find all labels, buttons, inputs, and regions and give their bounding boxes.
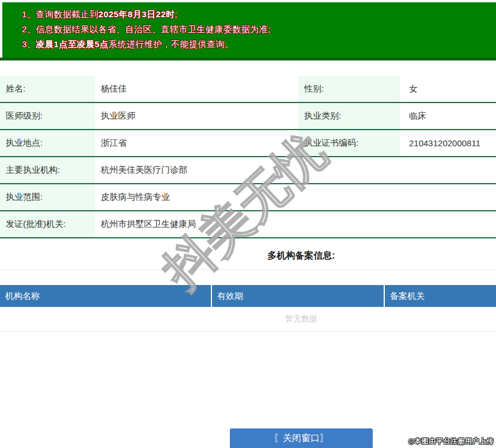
field-label-gender: 性别: <box>298 76 400 102</box>
field-label-certificate-number: 执业证书编码: <box>298 130 400 156</box>
notice-number: 1、 <box>22 9 36 19</box>
notice-text: 查询数据截止到 <box>36 9 99 19</box>
filing-section-title: 多机构备案信息: <box>0 250 496 262</box>
upload-credit-watermark: ◎本图由平台注册用户上传 <box>408 436 494 446</box>
table-row: 执业地点: 浙江省 执业证书编码: 210431202000811 <box>0 130 496 157</box>
field-value-practice-category: 临床 <box>400 103 496 129</box>
table-row: 医师级别: 执业医师 执业类别: 临床 <box>0 103 496 130</box>
column-header-institution-name: 机构名称 <box>0 285 212 307</box>
field-value-name: 杨佳佳 <box>95 76 298 102</box>
filing-table-header: 机构名称 有效期 备案机关 <box>0 285 496 307</box>
notice-banner: 1、查询数据截止到2025年8月3日22时; 2、信息数据结果以各省、自治区、直… <box>2 2 496 58</box>
table-row: 主要执业机构: 杭州美佳美医疗门诊部 <box>0 157 496 184</box>
notice-line-2: 2、信息数据结果以各省、自治区、直辖市卫生健康委数据为准; <box>22 22 496 37</box>
field-label-doctor-level: 医师级别: <box>0 103 95 129</box>
practitioner-info-table: 姓名: 杨佳佳 性别: 女 医师级别: 执业医师 执业类别: 临床 执业地点: … <box>0 76 496 238</box>
field-value-practice-location: 浙江省 <box>95 130 298 156</box>
table-row: 发证(批准)机关: 杭州市拱墅区卫生健康局 <box>0 211 496 238</box>
field-value-issuing-authority: 杭州市拱墅区卫生健康局 <box>95 211 496 237</box>
query-result-page: 1、查询数据截止到2025年8月3日22时; 2、信息数据结果以各省、自治区、直… <box>0 0 496 448</box>
field-label-practice-category: 执业类别: <box>298 103 400 129</box>
field-label-practice-scope: 执业范围: <box>0 184 95 210</box>
notice-line-3: 3、凌晨1点至凌晨5点系统进行维护，不能提供查询。 <box>22 37 496 52</box>
field-label-name: 姓名: <box>0 76 95 102</box>
notice-banner-divider <box>0 58 496 60</box>
close-window-button[interactable]: 〖关闭窗口〗 <box>230 428 373 448</box>
field-value-certificate-number: 210431202000811 <box>400 130 496 156</box>
divider <box>0 331 496 332</box>
table-row: 执业范围: 皮肤病与性病专业 <box>0 184 496 211</box>
field-value-gender: 女 <box>400 76 496 102</box>
field-label-issuing-authority: 发证(批准)机关: <box>0 211 95 237</box>
empty-data-message: 暂无数据 <box>0 307 496 331</box>
notice-number: 3、 <box>22 39 36 49</box>
table-row: 姓名: 杨佳佳 性别: 女 <box>0 76 496 103</box>
notice-text: 信息数据结果以各省、自治区、直辖市卫生健康委数据为准; <box>36 24 271 34</box>
field-label-main-institution: 主要执业机构: <box>0 157 95 183</box>
field-value-main-institution: 杭州美佳美医疗门诊部 <box>95 157 496 183</box>
notice-text: ; <box>175 9 178 19</box>
notice-bold-text: 2025年8月3日22时 <box>99 9 175 19</box>
notice-number: 2、 <box>22 24 36 34</box>
column-header-validity-period: 有效期 <box>212 285 385 307</box>
field-value-doctor-level: 执业医师 <box>95 103 298 129</box>
field-label-practice-location: 执业地点: <box>0 130 95 156</box>
column-header-filing-authority: 备案机关 <box>385 285 496 307</box>
notice-text: 系统进行维护，不能提供查询。 <box>109 39 234 49</box>
notice-bold-text: 凌晨1点至凌晨5点 <box>36 39 108 49</box>
field-value-practice-scope: 皮肤病与性病专业 <box>95 184 496 210</box>
notice-line-1: 1、查询数据截止到2025年8月3日22时; <box>22 7 496 22</box>
divider <box>0 269 496 270</box>
